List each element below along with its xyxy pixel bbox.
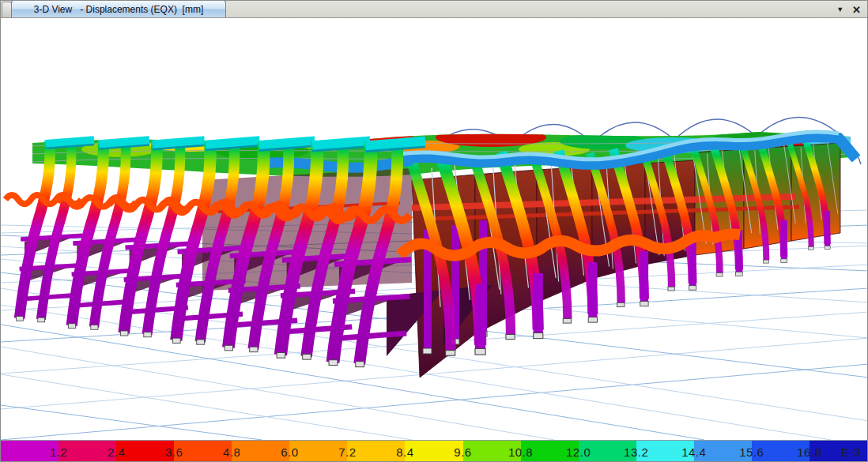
legend-band-label: 15.6 [739,445,764,458]
displacement-legend: 1.22.43.64.86.07.28.49.610.812.013.214.4… [1,440,867,462]
frame-structure [6,117,862,377]
legend-band-label: 2.4 [108,445,125,458]
close-icon[interactable]: ✕ [852,5,861,15]
legend-band-label: 4.8 [223,445,240,458]
legend-band-label: 6.0 [281,445,298,458]
legend-band-label: 16.8 [797,445,821,458]
view-tab[interactable]: 3-D View - Displacements (EQX) [mm] [11,0,226,17]
legend-band: 1.2 [1,441,58,462]
legend-band-label: E-3 [841,445,861,458]
legend-band-label: 12.0 [566,445,591,458]
view-tab-title: 3-D View - Displacements (EQX) [mm] [34,5,204,14]
model-canvas [1,18,867,440]
legend-band-label: 1.2 [50,445,67,458]
titlebar-controls: ▼ ✕ [836,1,861,18]
legend-band-label: 10.8 [508,445,533,458]
legend-band-label: 8.4 [396,445,413,458]
legend-band-label: 13.2 [624,445,648,458]
legend-band-label: 14.4 [681,445,706,458]
legend-band-label: 3.6 [165,445,183,458]
legend-band-label: 7.2 [338,445,356,458]
view-window: 3-D View - Displacements (EQX) [mm] ▼ ✕ [0,0,868,462]
window-menu-icon[interactable]: ▼ [836,6,843,13]
model-viewport[interactable] [1,18,867,440]
titlebar: 3-D View - Displacements (EQX) [mm] ▼ ✕ [1,1,867,18]
legend-band-label: 9.6 [454,445,471,458]
